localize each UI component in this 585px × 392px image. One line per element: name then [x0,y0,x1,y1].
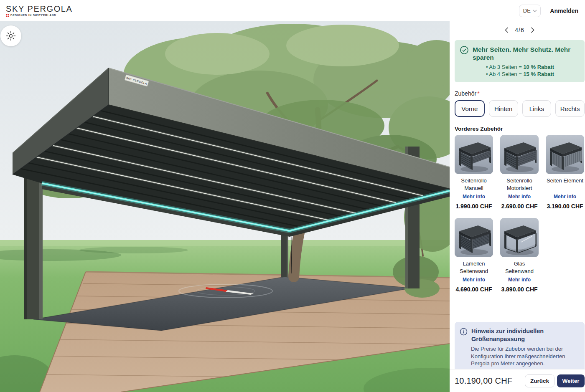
check-circle-icon [460,46,469,55]
product-card-rollo-manuell[interactable]: Seitenrollo ManuellMehr info1.990.00 CHF [455,135,493,210]
login-link[interactable]: Anmelden [550,8,578,14]
daylight-toggle-button[interactable] [0,25,21,46]
notice-body: Die Preise für Zubebor werden bei der Ko… [471,345,580,367]
next-step-button[interactable] [530,26,535,34]
notice-title: Hinweis zur individuellen Größenanpassun… [471,327,580,343]
viewer-canvas[interactable]: SKY PERGOLA [0,21,450,392]
side-button-vorne[interactable]: Vorne [455,100,485,117]
step-pagination: 4/6 [455,26,585,34]
product-more-info-link[interactable]: Mehr info [455,277,493,283]
product-price: 3.890.00 CHF [500,286,539,293]
product-grid: Seitenrollo ManuellMehr info1.990.00 CHF… [455,135,585,293]
brand-name: SKY PERGOLA [6,5,73,13]
side-button-rechts[interactable]: Rechts [555,100,585,117]
product-card-lamellen-seitenwand[interactable]: Lamellen SeitenwandMehr info4.690.00 CHF [455,218,493,293]
chevron-down-icon [533,10,537,12]
chevron-right-icon [531,27,534,33]
product-more-info-link[interactable]: Mehr info [546,194,584,200]
language-selector[interactable]: DE [519,5,541,17]
language-value: DE [523,8,531,14]
product-thumbnail[interactable] [546,135,584,174]
product-price: 3.190.00 CHF [546,203,584,210]
product-thumbnail[interactable] [500,218,539,257]
required-asterisk: * [477,90,479,97]
config-panel: 4/6 Mehr Seiten. Mehr Schutz. Mehr spare… [450,21,585,392]
product-card-seiten-element[interactable]: Seiten ElementMehr info3.190.00 CHF [546,135,584,210]
product-thumbnail[interactable] [455,218,493,257]
top-bar: SKY PERGOLA DESIGNED IN SWITZERLAND DE A… [0,0,585,21]
prev-step-button[interactable] [504,26,509,34]
info-icon [460,328,468,336]
product-name: Seiten Element [546,177,584,192]
product-name: Lamellen Seitenwand [455,260,493,275]
swiss-flag-icon [6,14,9,17]
product-more-info-link[interactable]: Mehr info [500,194,539,200]
discount-promo-box: Mehr Seiten. Mehr Schutz. Mehr sparen • … [455,40,585,82]
accessory-label-text: Zubehör [455,90,476,97]
product-name: Seitenrollo Manuell [455,177,493,192]
chevron-left-icon [505,27,509,33]
product-price: 4.690.00 CHF [455,286,493,293]
promo-bullet: • Ab 4 Seiten = 15 % Rabatt [460,71,580,78]
products-heading: Vorderes Zubehör [455,126,585,132]
product-card-rollo-motorisiert[interactable]: Seitenrollo MotorisiertMehr info2.690.00… [500,135,539,210]
next-button[interactable]: Weiter [557,374,585,387]
product-more-info-link[interactable]: Mehr info [500,277,539,283]
product-name: Glas Seitenwand [500,260,539,275]
pergola-3d-scene: SKY PERGOLA [0,21,450,392]
product-thumbnail[interactable] [500,135,539,174]
product-more-info-link[interactable]: Mehr info [455,194,493,200]
config-panel-content: 4/6 Mehr Seiten. Mehr Schutz. Mehr spare… [450,21,585,369]
step-counter: 4/6 [515,27,524,33]
brand-tagline-row: DESIGNED IN SWITZERLAND [6,14,73,17]
promo-title: Mehr Seiten. Mehr Schutz. Mehr sparen [473,46,580,61]
promo-bullet: • Ab 3 Seiten = 10 % Rabatt [460,63,580,71]
brand-logo: SKY PERGOLA DESIGNED IN SWITZERLAND [6,5,73,17]
side-toggle-group: VorneHintenLinksRechts [455,100,585,117]
product-thumbnail[interactable] [455,135,493,174]
product-card-glas-seitenwand[interactable]: Glas SeitenwandMehr info3.890.00 CHF [500,218,539,293]
panel-footer: 10.190,00 CHF Zurück Weiter [450,369,585,392]
total-price: 10.190,00 CHF [455,376,512,386]
side-button-links[interactable]: Links [522,100,552,117]
product-price: 2.690.00 CHF [500,203,539,210]
back-button[interactable]: Zurück [525,374,554,387]
size-notice-box: Hinweis zur individuellen Größenanpassun… [455,322,585,373]
accessory-label: Zubehör* [455,90,585,97]
promo-bullet-list: • Ab 3 Seiten = 10 % Rabatt• Ab 4 Seiten… [460,63,580,78]
side-button-hinten[interactable]: Hinten [489,100,518,117]
brand-tagline: DESIGNED IN SWITZERLAND [10,14,56,17]
sun-icon [5,30,16,41]
product-name: Seitenrollo Motorisiert [500,177,539,192]
product-price: 1.990.00 CHF [455,203,493,210]
